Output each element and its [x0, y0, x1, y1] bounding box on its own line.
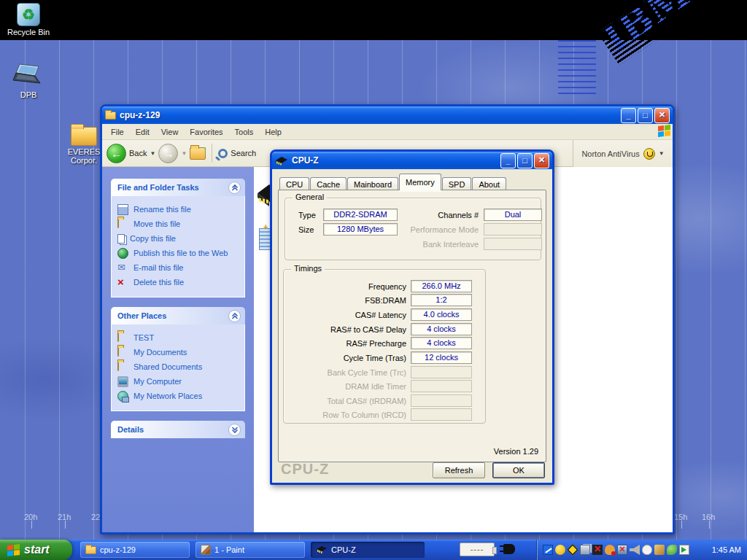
task-label: Publish this file to the Web	[133, 249, 228, 257]
task-copy-file[interactable]: Copy this file	[117, 231, 241, 246]
taskbar-button-explorer[interactable]: cpu-z-129	[80, 542, 190, 558]
place-my-network[interactable]: My Network Places	[117, 389, 241, 403]
speaker-icon[interactable]	[630, 545, 640, 555]
desktop-icon-dpb[interactable]: DPB	[4, 63, 53, 99]
taskbar-clock[interactable]: 1:45 AM	[712, 540, 741, 560]
place-my-documents[interactable]: My Documents	[117, 345, 241, 359]
hour-tick	[709, 521, 710, 529]
back-label[interactable]: Back	[129, 149, 147, 158]
flag-monitor-icon[interactable]	[679, 545, 689, 555]
back-dropdown-icon[interactable]: ▼	[150, 150, 155, 157]
norton-toolbar[interactable]: Norton AntiVirus ▼	[573, 140, 673, 167]
ok-button[interactable]: OK	[492, 462, 545, 478]
minimize-button[interactable]: _	[500, 153, 516, 168]
frequency-label: Frequency	[284, 282, 406, 291]
task-delete-file[interactable]: × Delete this file	[117, 275, 241, 289]
other-places-panel: Other Places TEST My Documents	[111, 307, 245, 411]
task-rename-file[interactable]: Rename this file	[117, 202, 241, 217]
chevron-down-icon[interactable]	[228, 424, 241, 436]
search-icon[interactable]	[218, 149, 228, 158]
cpuz-titlebar[interactable]: CPU-Z _ □ ✕	[272, 152, 552, 169]
norton-icon	[643, 148, 655, 160]
search-label[interactable]: Search	[231, 149, 256, 158]
messenger-zigzag-icon[interactable]	[543, 545, 553, 555]
task-label: Delete this file	[133, 278, 184, 287]
up-folder-button[interactable]	[190, 147, 206, 160]
minimize-button[interactable]: _	[621, 108, 636, 123]
norton-dropdown-icon[interactable]: ▼	[659, 150, 665, 157]
refresh-button[interactable]: Refresh	[433, 462, 485, 478]
task-email-file[interactable]: ✉ E-mail this file	[117, 260, 241, 275]
bank-interleave-value	[484, 238, 542, 250]
close-button[interactable]: ✕	[534, 153, 549, 168]
task-move-file[interactable]: Move this file	[117, 217, 241, 231]
menu-help[interactable]: Help	[259, 126, 287, 138]
details-panel: Details	[111, 421, 245, 438]
taskbar-button-cpuz[interactable]: CPU-Z	[311, 542, 425, 558]
place-shared-documents[interactable]: Shared Documents	[117, 359, 241, 374]
menu-edit[interactable]: Edit	[130, 126, 155, 138]
place-label: My Documents	[133, 348, 187, 357]
taskbar-button-label: cpu-z-129	[100, 545, 136, 554]
taskbar-button-paint[interactable]: 1 - Paint	[196, 542, 305, 558]
menu-tools[interactable]: Tools	[229, 126, 260, 138]
tab-memory[interactable]: Memory	[399, 174, 441, 190]
place-my-computer[interactable]: My Computer	[117, 374, 241, 389]
leaf-icon[interactable]	[667, 545, 677, 555]
cycle-time-label: Cycle Time (Tras)	[284, 354, 406, 362]
task-publish-file[interactable]: Publish this file to the Web	[117, 246, 241, 260]
dpb-label: DPB	[4, 90, 53, 99]
menu-view[interactable]: View	[155, 126, 185, 138]
back-button[interactable]: ←	[107, 144, 126, 163]
version-text: Version 1.29	[494, 447, 538, 456]
place-test[interactable]: TEST	[117, 330, 241, 345]
norton-label: Norton AntiVirus	[581, 149, 639, 158]
liveupdate-diamond-icon[interactable]	[567, 544, 578, 556]
paint-icon	[201, 545, 211, 555]
type-label: Type	[298, 211, 316, 219]
explorer-sidebar: File and Folder Tasks Rename this file M…	[102, 167, 254, 532]
size-label: Size	[298, 225, 314, 234]
taskbar: start cpu-z-129 1 - Paint CPU-Z ---- ✕ ✕…	[0, 540, 747, 560]
folder-icon	[105, 112, 116, 120]
norton-icon[interactable]	[555, 545, 565, 555]
explorer-titlebar[interactable]: cpu-z-129 _ □ ✕	[102, 106, 673, 124]
muted-grid-icon[interactable]: ✕	[592, 545, 603, 555]
cycle-time-value: 12 clocks	[411, 351, 472, 364]
fsb-dram-label: FSB:DRAM	[284, 296, 406, 305]
details-header[interactable]: Details	[111, 421, 245, 438]
forward-dropdown-icon[interactable]: ▼	[181, 150, 187, 157]
dram-idle-value	[411, 380, 472, 392]
copy-icon	[117, 234, 125, 244]
close-button[interactable]: ✕	[654, 108, 670, 123]
brush-icon[interactable]	[654, 545, 665, 555]
file-tasks-header[interactable]: File and Folder Tasks	[111, 179, 245, 196]
network-computers-icon[interactable]	[580, 545, 590, 555]
battery-status[interactable]: ----	[460, 542, 495, 556]
cpuz-window-title: CPU-Z	[292, 155, 499, 166]
chevron-up-icon[interactable]	[228, 310, 241, 322]
menu-file[interactable]: File	[105, 126, 130, 138]
power-plug-icon[interactable]	[503, 544, 515, 554]
forward-button[interactable]: →	[158, 144, 178, 163]
file-tasks-panel: File and Folder Tasks Rename this file M…	[111, 179, 245, 298]
recycle-bin-label: Recycle Bin	[4, 28, 53, 36]
menu-favorites[interactable]: Favorites	[184, 126, 228, 138]
publish-globe-icon	[117, 248, 128, 259]
network-places-icon	[117, 391, 128, 402]
start-button[interactable]: start	[0, 540, 72, 560]
desktop-icon-recycle-bin[interactable]: ♻ Recycle Bin	[4, 3, 53, 36]
other-places-header[interactable]: Other Places	[111, 307, 245, 324]
maximize-button[interactable]: □	[638, 108, 653, 123]
row-to-column-label: Row To Column (tRCD)	[284, 411, 406, 419]
total-cas-label: Total CAS# (tRDRAM)	[284, 397, 406, 405]
delete-x-icon: ×	[117, 277, 128, 288]
users-alert-icon[interactable]	[605, 545, 615, 555]
maximize-button[interactable]: □	[517, 153, 533, 168]
ras-precharge-label: RAS# Precharge	[284, 339, 406, 348]
ghost-icon[interactable]	[642, 545, 652, 555]
monitor-disconnected-icon[interactable]: ✕	[617, 545, 627, 555]
cpuz-body: CPUCacheMainboardMemorySPDAbout General …	[272, 169, 552, 483]
chevron-up-icon[interactable]	[228, 182, 241, 194]
type-value: DDR2-SDRAM	[323, 209, 398, 221]
